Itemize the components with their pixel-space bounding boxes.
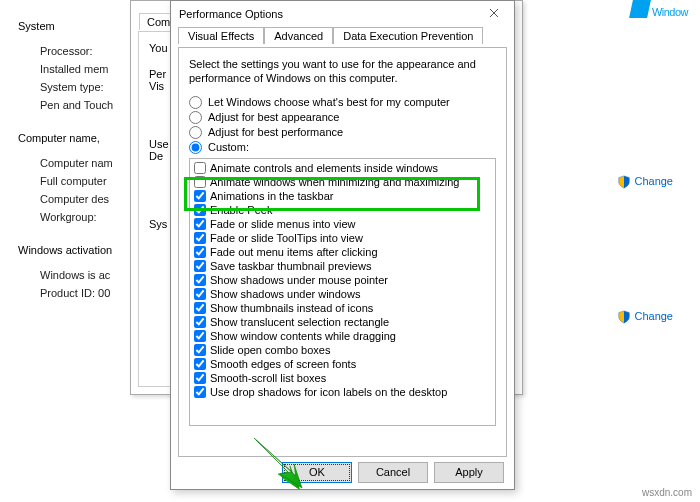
option-row[interactable]: Animate controls and elements inside win… [194, 161, 491, 175]
option-label: Smooth edges of screen fonts [210, 358, 356, 370]
radio-option[interactable]: Adjust for best performance [189, 126, 496, 139]
option-checkbox[interactable] [194, 190, 206, 202]
option-label: Save taskbar thumbnail previews [210, 260, 371, 272]
option-label: Show translucent selection rectangle [210, 316, 389, 328]
radio-label: Let Windows choose what's best for my co… [208, 96, 450, 108]
option-checkbox[interactable] [194, 274, 206, 286]
perf-body: Select the settings you want to use for … [178, 47, 507, 457]
option-row[interactable]: Enable Peek [194, 203, 491, 217]
option-label: Animate controls and elements inside win… [210, 162, 438, 174]
close-button[interactable] [480, 5, 508, 23]
option-row[interactable]: Fade or slide menus into view [194, 217, 491, 231]
close-icon [489, 8, 499, 18]
option-row[interactable]: Use drop shadows for icon labels on the … [194, 385, 491, 399]
dialog-title: Performance Options [179, 8, 283, 20]
option-checkbox[interactable] [194, 204, 206, 216]
option-checkbox[interactable] [194, 358, 206, 370]
change-link[interactable]: Change [634, 310, 673, 322]
shield-icon [617, 310, 631, 324]
perf-tabs: Visual EffectsAdvancedData Execution Pre… [178, 27, 507, 47]
option-checkbox[interactable] [194, 246, 206, 258]
option-checkbox[interactable] [194, 288, 206, 300]
option-row[interactable]: Show thumbnails instead of icons [194, 301, 491, 315]
watermark: wsxdn.com [642, 487, 692, 498]
change-link-1-container: Change [617, 175, 673, 189]
option-row[interactable]: Show translucent selection rectangle [194, 315, 491, 329]
shield-icon [617, 175, 631, 189]
radio-input[interactable] [189, 96, 202, 109]
option-label: Show shadows under mouse pointer [210, 274, 388, 286]
option-label: Fade or slide ToolTips into view [210, 232, 363, 244]
radio-input[interactable] [189, 111, 202, 124]
cancel-button[interactable]: Cancel [358, 462, 428, 483]
radio-input[interactable] [189, 126, 202, 139]
radio-option[interactable]: Let Windows choose what's best for my co… [189, 96, 496, 109]
option-row[interactable]: Animate windows when minimizing and maxi… [194, 175, 491, 189]
option-label: Use drop shadows for icon labels on the … [210, 386, 447, 398]
change-link-2-container: Change [617, 310, 673, 324]
option-row[interactable]: Fade or slide ToolTips into view [194, 231, 491, 245]
option-checkbox[interactable] [194, 302, 206, 314]
option-checkbox[interactable] [194, 344, 206, 356]
option-label: Show thumbnails instead of icons [210, 302, 373, 314]
option-checkbox[interactable] [194, 260, 206, 272]
option-checkbox[interactable] [194, 176, 206, 188]
option-label: Smooth-scroll list boxes [210, 372, 326, 384]
option-label: Enable Peek [210, 204, 272, 216]
change-link[interactable]: Change [634, 175, 673, 187]
perf-description: Select the settings you want to use for … [189, 58, 496, 86]
option-checkbox[interactable] [194, 232, 206, 244]
tab-advanced[interactable]: Advanced [264, 27, 333, 44]
arrow-annotation [248, 432, 308, 492]
dialog-button-row: OK Cancel Apply [282, 462, 504, 483]
option-checkbox[interactable] [194, 386, 206, 398]
option-row[interactable]: Slide open combo boxes [194, 343, 491, 357]
apply-button[interactable]: Apply [434, 462, 504, 483]
option-row[interactable]: Animations in the taskbar [194, 189, 491, 203]
option-row[interactable]: Show window contents while dragging [194, 329, 491, 343]
option-row[interactable]: Show shadows under windows [194, 287, 491, 301]
option-row[interactable]: Smooth edges of screen fonts [194, 357, 491, 371]
dialog-title-bar: Performance Options [171, 1, 514, 27]
radio-label: Adjust for best performance [208, 126, 343, 138]
radio-label: Adjust for best appearance [208, 111, 339, 123]
option-label: Animate windows when minimizing and maxi… [210, 176, 459, 188]
option-checkbox[interactable] [194, 330, 206, 342]
option-checkbox[interactable] [194, 218, 206, 230]
option-row[interactable]: Save taskbar thumbnail previews [194, 259, 491, 273]
radio-label: Custom: [208, 141, 249, 153]
option-row[interactable]: Fade out menu items after clicking [194, 245, 491, 259]
options-list[interactable]: Animate controls and elements inside win… [189, 158, 496, 426]
option-checkbox[interactable] [194, 162, 206, 174]
option-row[interactable]: Show shadows under mouse pointer [194, 273, 491, 287]
option-label: Slide open combo boxes [210, 344, 330, 356]
option-label: Animations in the taskbar [210, 190, 334, 202]
option-label: Show window contents while dragging [210, 330, 396, 342]
tab-visual-effects[interactable]: Visual Effects [178, 27, 264, 44]
radio-input[interactable] [189, 141, 202, 154]
option-label: Show shadows under windows [210, 288, 360, 300]
option-checkbox[interactable] [194, 316, 206, 328]
radio-option[interactable]: Adjust for best appearance [189, 111, 496, 124]
option-row[interactable]: Smooth-scroll list boxes [194, 371, 491, 385]
radio-option[interactable]: Custom: [189, 141, 496, 154]
option-label: Fade or slide menus into view [210, 218, 356, 230]
tab-dep[interactable]: Data Execution Prevention [333, 27, 483, 44]
performance-options-dialog: Performance Options Visual EffectsAdvanc… [170, 0, 515, 490]
option-checkbox[interactable] [194, 372, 206, 384]
option-label: Fade out menu items after clicking [210, 246, 378, 258]
